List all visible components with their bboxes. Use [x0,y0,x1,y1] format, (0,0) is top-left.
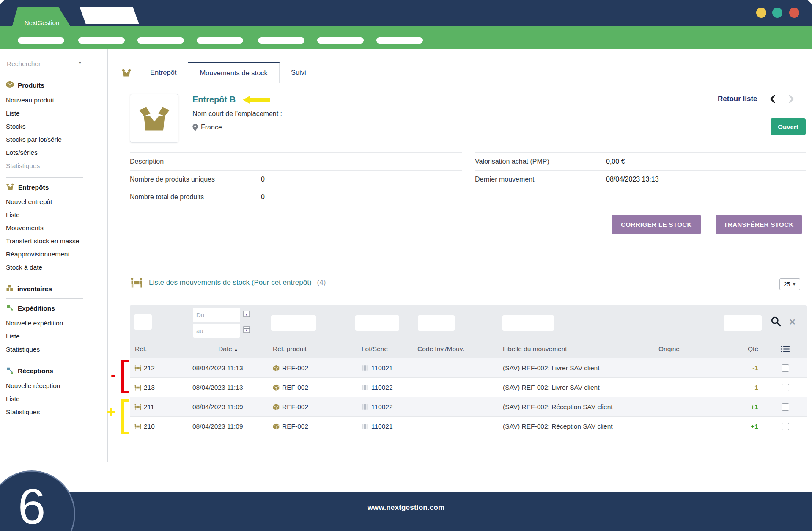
row-ref-cell[interactable]: 213 [130,384,187,391]
filter-product-input[interactable] [271,315,316,331]
page-title: Entrepôt B [192,95,236,105]
sidebar-item-nouvelle-expedition[interactable]: Nouvelle expédition [6,316,102,330]
row-product-cell[interactable]: REF-002 [269,403,354,411]
sidebar-item-transfert-stock[interactable]: Transfert stock en masse [6,234,102,248]
window-control-red[interactable] [789,8,799,18]
column-header-lot[interactable]: Lot/Série [354,345,413,353]
sidebar-item-stocks-par-lot[interactable]: Stocks par lot/série [6,133,102,146]
table-row[interactable]: 213 08/04/2023 11:13 REF-002 110022 (SAV… [130,378,807,397]
sidebar-item-statistiques-expeditions[interactable]: Statistiques [6,343,102,356]
row-lot-cell[interactable]: 110021 [354,423,413,430]
people-carrying-icon [130,278,143,288]
sidebar-item-stock-a-date[interactable]: Stock à date [6,261,102,274]
tab-suivi[interactable]: Suivi [280,62,318,83]
product-box-icon [273,384,280,391]
sidebar-item-liste-produits[interactable]: Liste [6,107,102,120]
movements-filter-panel: ✕ Réf. Date▲ Réf. produit Lot/Série Code… [130,305,807,358]
sidebar-item-stocks[interactable]: Stocks [6,120,102,133]
calendar-icon[interactable] [243,311,250,319]
row-checkbox[interactable] [782,384,789,391]
column-header-code[interactable]: Code Inv./Mouv. [413,345,502,353]
column-header-label[interactable]: Libellé du mouvement [502,345,658,353]
correct-stock-button[interactable]: CORRIGER LE STOCK [612,215,701,234]
table-row[interactable]: 211 08/04/2023 11:09 REF-002 110022 (SAV… [130,397,807,417]
nav-menu-item-redacted[interactable] [137,37,184,44]
window-control-yellow[interactable] [756,8,766,18]
blank-tab[interactable] [80,7,139,24]
window-control-teal[interactable] [772,8,782,18]
row-product-cell[interactable]: REF-002 [269,423,354,430]
nav-menu-item-redacted[interactable] [197,37,243,44]
column-header-date[interactable]: Date▲ [187,345,269,353]
filter-date-from-input[interactable] [193,308,240,322]
row-ref-cell[interactable]: 212 [130,364,187,372]
filter-ref-input[interactable] [134,314,152,330]
sidebar-item-liste-expeditions[interactable]: Liste [6,330,102,343]
footer-bar: www.nextgestion.com [0,492,812,531]
status-open-button[interactable]: Ouvert [771,118,806,135]
record-subtitle: Nom court de l'emplacement : [192,110,282,118]
page-size-select[interactable]: 25 ▼ [779,278,800,290]
list-options-icon[interactable] [764,345,807,353]
nav-menu-item-redacted[interactable] [258,37,304,44]
column-header-origin[interactable]: Origine [658,345,735,353]
sidebar-section-inventaires[interactable]: inventaires [6,284,102,293]
row-checkbox[interactable] [782,403,789,411]
nav-menu-item-redacted[interactable] [376,37,423,44]
people-carrying-icon [134,385,142,391]
row-qty-cell: +1 [735,423,764,430]
barcode-icon [362,404,368,410]
clear-filters-icon[interactable]: ✕ [789,317,796,327]
transfer-stock-button[interactable]: TRANSFÉRER STOCK [716,215,802,234]
filter-code-input[interactable] [418,315,455,331]
sidebar-item-liste-entrepots[interactable]: Liste [6,208,102,221]
barcode-icon [362,385,368,390]
row-ref-cell[interactable]: 210 [130,423,187,430]
tab-entrepot[interactable]: Entrepôt [139,62,188,83]
nav-menu-item-redacted[interactable] [78,37,125,44]
people-carrying-icon [134,424,142,429]
sidebar-item-statistiques-receptions[interactable]: Statistiques [6,405,102,418]
sidebar-item-reapprovisionnement[interactable]: Réapprovisionnement [6,248,102,261]
column-header-qty[interactable]: Qté [735,345,764,353]
sidebar-item-nouveau-produit[interactable]: Nouveau produit [6,94,102,107]
filter-label-input[interactable] [502,315,554,331]
movements-table-body: 212 08/04/2023 11:13 REF-002 110021 (SAV… [130,358,807,436]
table-row[interactable]: 212 08/04/2023 11:13 REF-002 110021 (SAV… [130,358,807,378]
row-product-cell[interactable]: REF-002 [269,384,354,391]
search-icon[interactable] [770,316,782,329]
sidebar-item-lots-series[interactable]: Lots/séries [6,146,102,159]
filter-lot-input[interactable] [355,315,399,331]
table-row[interactable]: 210 08/04/2023 11:09 REF-002 110021 (SAV… [130,417,807,436]
chevron-left-icon[interactable] [769,95,776,103]
row-lot-cell[interactable]: 110022 [354,384,413,391]
back-to-list-link[interactable]: Retour liste [718,95,757,103]
row-checkbox[interactable] [782,423,789,430]
chevron-down-icon[interactable]: ▼ [78,61,82,65]
sort-ascending-icon: ▲ [234,347,238,352]
row-product-cell[interactable]: REF-002 [269,364,354,372]
detail-label: Nombre total de produits [130,193,261,201]
search-input[interactable] [6,60,71,68]
people-carrying-icon [134,365,142,371]
tab-mouvements-de-stock[interactable]: Mouvements de stock [188,62,280,83]
sidebar-item-mouvements[interactable]: Mouvements [6,221,102,234]
sidebar-section-entrepots: Entrepôts [6,183,102,192]
nav-menu-item-redacted[interactable] [18,37,64,44]
section-title-label: Réceptions [18,367,53,375]
column-header-product[interactable]: Réf. produit [269,345,354,353]
row-lot-cell[interactable]: 110021 [354,364,413,372]
row-checkbox[interactable] [782,364,789,372]
sidebar-item-liste-receptions[interactable]: Liste [6,392,102,405]
calendar-icon[interactable] [243,326,250,335]
row-ref-cell[interactable]: 211 [130,403,187,411]
column-header-ref[interactable]: Réf. [130,345,187,353]
nav-menu-item-redacted[interactable] [317,37,364,44]
sidebar-item-nouvelle-reception[interactable]: Nouvelle réception [6,379,102,392]
row-lot-cell[interactable]: 110022 [354,403,413,411]
chevron-right-icon[interactable] [788,95,795,103]
filter-date-to-input[interactable] [193,324,240,338]
filter-search-input[interactable] [724,315,762,331]
sidebar-item-nouvel-entrepot[interactable]: Nouvel entrepôt [6,195,102,208]
section-title-label: inventaires [17,285,52,293]
